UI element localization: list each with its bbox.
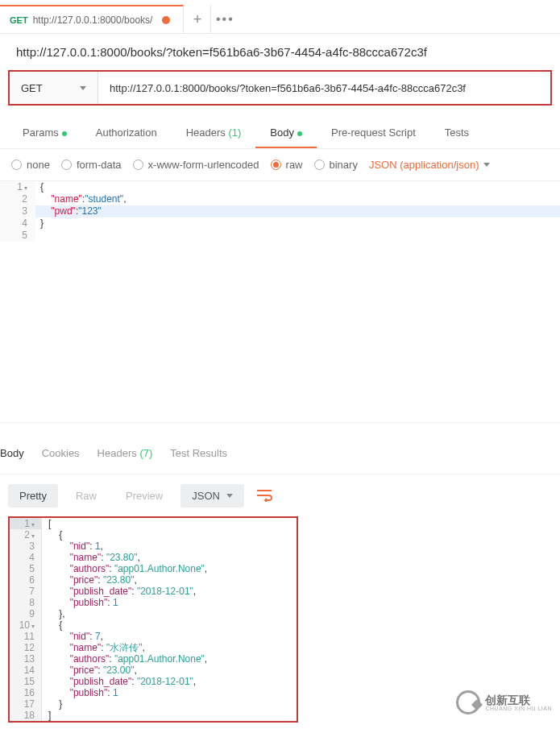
radio-icon bbox=[314, 159, 325, 170]
radio-raw[interactable]: raw bbox=[271, 159, 303, 171]
radio-icon bbox=[271, 159, 281, 170]
code: "publish_date" bbox=[70, 586, 132, 597]
code: "student" bbox=[85, 193, 123, 205]
url-bar: GET http://127.0.0.1:8000/books/?token=f… bbox=[8, 70, 552, 106]
method-value: GET bbox=[21, 82, 43, 94]
request-tab[interactable]: GET http://127.0.0.1:8000/books/ bbox=[0, 5, 184, 34]
response-format-label: JSON bbox=[192, 490, 220, 502]
more-tabs-button[interactable]: ••• bbox=[211, 5, 239, 34]
code: "23.00" bbox=[103, 665, 135, 676]
code: 1 bbox=[113, 687, 118, 698]
radio-icon bbox=[11, 159, 22, 170]
unsaved-dot-icon bbox=[162, 16, 170, 24]
url-input[interactable]: http://127.0.0.1:8000/books/?token=f561b… bbox=[98, 72, 550, 104]
response-tab-headers[interactable]: Headers (7) bbox=[97, 447, 153, 466]
code: "123" bbox=[78, 205, 102, 217]
content-type-select[interactable]: JSON (application/json) bbox=[369, 159, 491, 171]
code: "name" bbox=[51, 193, 82, 205]
code: "23.80" bbox=[103, 574, 135, 586]
radio-xform[interactable]: x-www-form-urlencoded bbox=[133, 159, 259, 171]
plus-icon: + bbox=[193, 12, 202, 27]
code: }, bbox=[42, 608, 65, 619]
radio-xform-label: x-www-form-urlencoded bbox=[148, 159, 259, 171]
watermark-en: CHUANG XIN HU LIAN bbox=[485, 706, 552, 711]
radio-none-label: none bbox=[27, 159, 50, 171]
tab-authorization[interactable]: Authorization bbox=[81, 126, 172, 148]
response-headers-count: (7) bbox=[139, 447, 152, 459]
code: "app01.Author.None" bbox=[114, 563, 205, 574]
response-body[interactable]: 1[ 2 { 3 "nid": 1, 4 "name": "23.80", 5 … bbox=[8, 516, 298, 723]
radio-icon bbox=[133, 159, 143, 170]
code: "name" bbox=[70, 552, 102, 563]
tab-method: GET bbox=[10, 15, 28, 25]
code: 1 bbox=[113, 597, 118, 608]
code: "publish" bbox=[70, 687, 108, 698]
response-tab-tests[interactable]: Test Results bbox=[170, 447, 227, 466]
chevron-down-icon bbox=[80, 86, 86, 90]
content-type-label: JSON (application/json) bbox=[369, 159, 479, 171]
request-body-editor[interactable]: 1{ 2 "name":"student", 3 "pwd":"123" 4} … bbox=[0, 181, 560, 423]
radio-binary-label: binary bbox=[330, 159, 358, 171]
code bbox=[35, 230, 40, 242]
watermark-cn: 创新互联 bbox=[485, 694, 552, 706]
tab-tests[interactable]: Tests bbox=[430, 126, 483, 148]
code: "2018-12-01" bbox=[137, 676, 193, 687]
wrap-icon bbox=[256, 489, 272, 502]
tab-actions: + ••• bbox=[184, 5, 239, 34]
dots-icon: ••• bbox=[216, 12, 234, 27]
body-type-row: none form-data x-www-form-urlencoded raw… bbox=[0, 149, 560, 181]
code: } bbox=[42, 698, 62, 710]
view-pretty[interactable]: Pretty bbox=[8, 484, 58, 507]
radio-none[interactable]: none bbox=[11, 159, 50, 171]
tab-title: http://127.0.0.1:8000/books/ bbox=[33, 14, 153, 26]
watermark-logo-icon bbox=[456, 690, 480, 715]
code: "水浒传" bbox=[106, 642, 143, 653]
wrap-lines-button[interactable] bbox=[251, 483, 278, 508]
view-raw[interactable]: Raw bbox=[64, 484, 108, 507]
code: "pwd" bbox=[51, 205, 76, 217]
response-format-select[interactable]: JSON bbox=[180, 484, 244, 507]
code: "price" bbox=[70, 574, 98, 586]
tab-prerequest[interactable]: Pre-request Script bbox=[317, 126, 430, 148]
code: "2018-12-01" bbox=[137, 586, 193, 597]
tab-params[interactable]: Params bbox=[8, 126, 81, 148]
response-tabs: Body Cookies Headers (7) Test Results bbox=[0, 423, 560, 474]
code: "price" bbox=[70, 665, 98, 676]
code: "authors" bbox=[70, 653, 110, 665]
response-headers-label: Headers bbox=[97, 447, 137, 459]
response-tab-body[interactable]: Body bbox=[0, 447, 24, 466]
code: "publish_date" bbox=[70, 676, 132, 687]
tab-headers-count: (1) bbox=[228, 126, 241, 139]
radio-form-label: form-data bbox=[77, 159, 122, 171]
code: 1 bbox=[95, 541, 101, 552]
code: "nid" bbox=[70, 541, 90, 552]
radio-formdata[interactable]: form-data bbox=[61, 159, 122, 171]
tab-bar: GET http://127.0.0.1:8000/books/ + ••• bbox=[0, 0, 560, 34]
chevron-down-icon bbox=[226, 494, 233, 498]
code: "app01.Author.None" bbox=[114, 653, 205, 665]
code: 7 bbox=[95, 631, 101, 642]
radio-raw-label: raw bbox=[286, 159, 303, 171]
tab-body[interactable]: Body bbox=[255, 126, 317, 148]
radio-binary[interactable]: binary bbox=[314, 159, 358, 171]
view-preview[interactable]: Preview bbox=[114, 484, 174, 507]
code: { bbox=[42, 619, 62, 631]
watermark: 创新互联 CHUANG XIN HU LIAN bbox=[456, 690, 552, 715]
response-toolbar: Pretty Raw Preview JSON bbox=[0, 474, 560, 516]
tab-headers[interactable]: Headers (1) bbox=[172, 126, 256, 148]
method-select[interactable]: GET bbox=[10, 72, 98, 104]
request-title: http://127.0.0.1:8000/books/?token=f561b… bbox=[0, 34, 560, 64]
code: } bbox=[40, 217, 44, 229]
code: { bbox=[42, 529, 62, 541]
request-tabs: Params Authorization Headers (1) Body Pr… bbox=[0, 112, 560, 149]
code: "authors" bbox=[70, 563, 110, 574]
radio-icon bbox=[61, 159, 72, 170]
new-tab-button[interactable]: + bbox=[184, 5, 211, 34]
response-tab-cookies[interactable]: Cookies bbox=[42, 447, 80, 466]
code: [ bbox=[42, 518, 51, 529]
code: "23.80" bbox=[106, 552, 138, 563]
code: ] bbox=[42, 710, 51, 721]
code: { bbox=[40, 181, 44, 193]
code: "name" bbox=[70, 642, 102, 653]
code: "publish" bbox=[70, 597, 108, 608]
